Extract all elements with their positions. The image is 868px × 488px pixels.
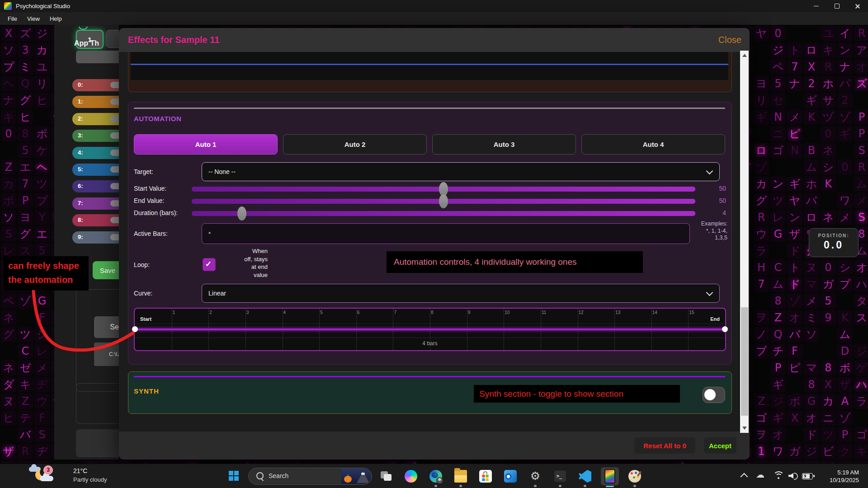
synth-toggle[interactable] bbox=[703, 387, 725, 403]
taskbar-app-paint[interactable] bbox=[626, 467, 644, 485]
close-window-button[interactable] bbox=[847, 0, 868, 12]
maximize-button[interactable] bbox=[826, 0, 847, 12]
clock-date: 10/19/2025 bbox=[830, 476, 859, 484]
sample-slot-5[interactable]: 5: bbox=[72, 164, 119, 176]
start-value-label: Start Value: bbox=[134, 185, 166, 192]
menu-help[interactable]: Help bbox=[45, 14, 67, 24]
dialog-close-button[interactable]: Close bbox=[718, 35, 741, 45]
sample-slot-slider[interactable] bbox=[110, 116, 119, 122]
sample-slot-2[interactable]: 2: bbox=[72, 113, 119, 125]
pattern-tab-2[interactable] bbox=[106, 30, 119, 48]
slider-thumb[interactable] bbox=[439, 194, 448, 208]
matrix-glyph: ザ bbox=[1, 444, 16, 459]
scroll-up-icon[interactable] bbox=[742, 54, 747, 57]
taskbar-app-microsoft-store[interactable] bbox=[476, 467, 495, 485]
loop-checkbox[interactable] bbox=[203, 258, 216, 271]
auto-tab-4[interactable]: Auto 4 bbox=[581, 134, 725, 155]
sample-slot-3[interactable]: 3: bbox=[72, 130, 119, 142]
menu-view[interactable]: View bbox=[22, 14, 45, 24]
timeline-end-handle[interactable] bbox=[722, 326, 728, 332]
auto-tab-3[interactable]: Auto 3 bbox=[432, 134, 576, 155]
taskbar-app-file-explorer[interactable] bbox=[452, 467, 470, 485]
taskbar-app-outlook[interactable] bbox=[501, 467, 519, 485]
matrix-glyph: H bbox=[754, 260, 769, 275]
dialog-scrollbar[interactable] bbox=[740, 51, 749, 433]
dialog-footer: Reset All to 0 Accept bbox=[119, 432, 750, 460]
wifi-icon[interactable] bbox=[773, 471, 784, 480]
automation-timeline[interactable]: 123456789101112131415 Start End 4 bars bbox=[134, 308, 726, 351]
matrix-glyph: エ bbox=[18, 160, 33, 175]
matrix-glyph: Q bbox=[18, 76, 33, 91]
auto-tab-1[interactable]: Auto 1 bbox=[134, 134, 278, 155]
sample-slot-slider[interactable] bbox=[110, 217, 119, 223]
matrix-glyph: ガ bbox=[787, 444, 802, 459]
sample-slot-slider[interactable] bbox=[110, 150, 119, 156]
slider-thumb[interactable] bbox=[237, 206, 246, 221]
automation-curve-line[interactable] bbox=[135, 328, 725, 330]
sample-slot-slider[interactable] bbox=[110, 200, 119, 206]
timeline-row-divider bbox=[135, 338, 725, 338]
matrix-glyph: S bbox=[1, 226, 16, 242]
sample-slot-slider[interactable] bbox=[110, 234, 119, 240]
taskbar-app-settings[interactable] bbox=[526, 467, 544, 485]
matrix-glyph: テ bbox=[18, 410, 33, 426]
path-display[interactable]: C:\U bbox=[94, 343, 119, 366]
taskbar-app-psychological-studio[interactable] bbox=[601, 467, 619, 485]
sample-slot-9[interactable]: 9: bbox=[72, 231, 119, 244]
taskbar-clock[interactable]: 5:19 AM 10/19/2025 bbox=[830, 469, 859, 484]
sample-slot-7[interactable]: 7: bbox=[72, 197, 119, 210]
menu-file[interactable]: File bbox=[3, 14, 22, 24]
matrix-glyph: ネ bbox=[1, 360, 16, 375]
save-button[interactable]: Save bbox=[93, 261, 119, 279]
sample-slot-slider[interactable] bbox=[110, 82, 119, 88]
matrix-glyph: ヒ bbox=[1, 410, 16, 426]
sample-slot-1[interactable]: 1: bbox=[72, 96, 119, 108]
matrix-glyph: レ bbox=[770, 210, 786, 225]
scroll-down-icon[interactable] bbox=[742, 427, 747, 430]
position-label: POSITION: bbox=[809, 233, 858, 238]
sample-slot-8[interactable]: 8: bbox=[72, 214, 119, 226]
dialog-header: Effects for Sample 11 Close bbox=[119, 28, 750, 52]
duration-slider[interactable] bbox=[192, 211, 695, 216]
scrollbar-thumb[interactable] bbox=[741, 307, 748, 416]
reset-all-button[interactable]: Reset All to 0 bbox=[634, 437, 695, 454]
accept-button[interactable]: Accept bbox=[704, 437, 736, 454]
effect-graph-line bbox=[131, 64, 728, 65]
sidebar-button[interactable] bbox=[76, 51, 119, 63]
minimize-button[interactable] bbox=[806, 0, 826, 12]
matrix-glyph: X bbox=[821, 377, 836, 392]
matrix-glyph: ド bbox=[804, 427, 819, 442]
taskbar-app-edge[interactable] bbox=[427, 467, 445, 485]
taskbar-app-task-view[interactable] bbox=[377, 467, 395, 485]
matrix-glyph: シ bbox=[837, 260, 853, 275]
onedrive-icon[interactable]: ☁ bbox=[756, 469, 764, 479]
sample-slot-slider[interactable] bbox=[110, 132, 119, 139]
taskbar-app-terminal[interactable] bbox=[551, 467, 569, 485]
curve-select[interactable]: Linear bbox=[202, 284, 720, 303]
auto-tab-2[interactable]: Auto 2 bbox=[283, 134, 427, 155]
active-bars-input[interactable] bbox=[202, 223, 690, 244]
taskbar-app-copilot[interactable] bbox=[402, 467, 420, 485]
volume-icon[interactable] bbox=[788, 472, 798, 479]
sample-slot-0[interactable]: 0: bbox=[72, 79, 119, 91]
matrix-glyph: ラ bbox=[754, 243, 769, 258]
sample-slot-slider[interactable] bbox=[110, 166, 119, 173]
target-select[interactable]: -- None -- bbox=[202, 162, 720, 181]
matrix-glyph: ジ bbox=[770, 394, 786, 409]
matrix-glyph: ガ bbox=[821, 277, 836, 292]
end-value-slider[interactable] bbox=[192, 199, 695, 204]
sample-slot-6[interactable]: 6: bbox=[72, 180, 119, 192]
chevron-down-icon bbox=[706, 168, 713, 175]
battery-icon[interactable] bbox=[802, 473, 813, 479]
timeline-start-handle[interactable] bbox=[132, 326, 138, 332]
settings-button[interactable]: Se bbox=[94, 316, 119, 338]
matrix-glyph: ニ bbox=[770, 126, 786, 141]
matrix-glyph: リ bbox=[754, 93, 769, 108]
sample-slot-slider[interactable] bbox=[110, 183, 119, 189]
matrix-glyph: ボ bbox=[787, 394, 802, 409]
sample-slot-4[interactable]: 4: bbox=[72, 147, 119, 159]
matrix-glyph: D bbox=[837, 343, 853, 359]
sample-slot-slider[interactable] bbox=[110, 99, 119, 105]
start-value-slider[interactable] bbox=[192, 187, 695, 192]
taskbar-app-vscode[interactable] bbox=[576, 467, 594, 485]
